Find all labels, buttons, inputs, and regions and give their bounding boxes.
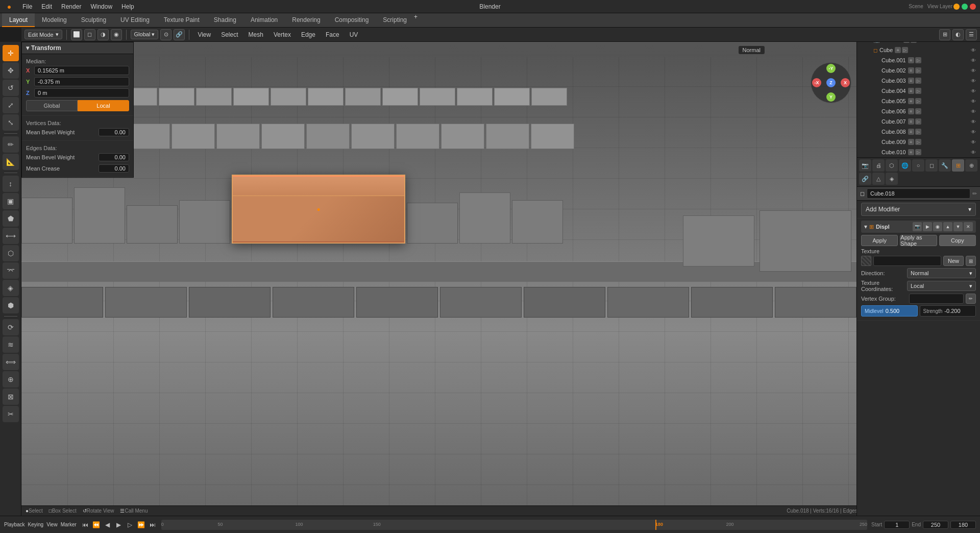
cube010-v-filter[interactable]: ≡ [908,149,914,155]
next-keyframe-btn[interactable]: ⏩ [137,520,146,529]
x-value-input[interactable]: 0.15625 m [34,66,129,75]
collection-item-cube003[interactable]: Cube.003 ≡ ▷ 👁 [857,76,980,86]
global-coord-btn[interactable]: Global [26,100,78,111]
collection-item-cube007[interactable]: Cube.007 ≡ ▷ 👁 [857,116,980,127]
knife-tool[interactable]: ⌤ [3,262,19,279]
material-props-tab[interactable]: ◈ [886,173,898,185]
cube008-r-filter[interactable]: ▷ [915,129,921,135]
modifier-close-icon[interactable]: ✕ [964,222,973,231]
options-btn[interactable]: ☰ [966,29,977,40]
cube006-eye-icon[interactable]: 👁 [971,109,976,114]
collection-item-cube001[interactable]: Cube.001 ≡ ▷ 👁 [857,55,980,65]
cursor-tool[interactable]: ✛ [3,45,19,61]
jump-start-btn[interactable]: ⏮ [81,520,90,529]
midlevel-input[interactable]: Midlevel 0.500 [861,305,918,317]
view-menu[interactable]: View [193,30,215,39]
z-axis[interactable]: Z [826,78,836,87]
cube009-v-filter[interactable]: ≡ [908,139,914,145]
gizmo-circle[interactable]: -X X Y -Y Z [811,62,851,103]
object-props-tab[interactable]: ◻ [925,159,938,172]
y-axis-positive[interactable]: -Y [826,64,836,73]
close-button[interactable] [970,4,976,10]
rotate-tool[interactable]: ↺ [3,80,19,96]
tab-rendering[interactable]: Rendering [285,13,327,27]
y-value-input[interactable]: -0.375 m [34,77,129,86]
poly-build-tool[interactable]: ⬢ [3,297,19,313]
edge-slide-tool[interactable]: ⟺ [3,354,19,370]
rip-tool[interactable]: ✂ [3,406,19,422]
play-btn[interactable]: ▶ [114,520,124,529]
tab-compositing[interactable]: Compositing [328,13,376,27]
xray-btn[interactable]: ◐ [952,29,964,40]
z-value-input[interactable]: 0 m [34,88,129,98]
apply-button[interactable]: Apply [861,235,898,246]
current-frame-input[interactable]: 180 [950,521,976,529]
mesh-menu[interactable]: Mesh [244,30,267,39]
bevel-tool[interactable]: ⬟ [3,210,19,227]
cube007-eye-icon[interactable]: 👁 [971,119,976,125]
modifier-props-tab[interactable]: 🔧 [939,159,951,172]
playback-menu[interactable]: Playback [4,522,25,527]
tab-scripting[interactable]: Scripting [376,13,414,27]
data-props-tab[interactable]: △ [872,173,885,185]
copy-button[interactable]: Copy [939,235,976,246]
cube007-r-filter[interactable]: ▷ [915,118,921,125]
tab-texture-paint[interactable]: Texture Paint [157,13,207,27]
cube008-eye-icon[interactable]: 👁 [971,129,976,135]
prev-keyframe-btn[interactable]: ⏪ [92,520,101,529]
collection-item-cube002[interactable]: Cube.002 ≡ ▷ 👁 [857,65,980,76]
viewport-shading-material[interactable]: ◑ [97,29,109,40]
extrude-tool[interactable]: ↕ [3,176,19,192]
constraints-props-tab[interactable]: 🔗 [859,173,871,185]
cube004-v-filter[interactable]: ≡ [908,88,914,94]
modifier-expand-icon[interactable]: ▾ [864,223,867,230]
render-props-tab[interactable]: 📷 [859,159,871,172]
transform-tool[interactable]: ⤡ [3,114,19,131]
select-menu[interactable]: Select [217,30,242,39]
cube002-r-filter[interactable]: ▷ [915,67,921,74]
cube005-v-filter[interactable]: ≡ [908,98,914,104]
timeline-ruler[interactable]: 0 50 100 150 180 200 250 [161,520,867,530]
mean-bevel-weight-edges-value[interactable]: 0.00 [99,153,129,161]
shrink-fatten-tool[interactable]: ⊕ [3,371,19,387]
uv-menu[interactable]: UV [346,30,362,39]
end-frame-input[interactable]: 250 [923,521,948,529]
add-workspace-button[interactable]: + [414,13,418,27]
viewport-shading-rendered[interactable]: ◉ [111,29,122,40]
move-tool[interactable]: ✥ [3,62,19,79]
spin-tool[interactable]: ⟳ [3,319,19,335]
bisect-tool[interactable]: ◈ [3,280,19,296]
minimize-button[interactable] [953,4,960,10]
cube003-r-filter[interactable]: ▷ [915,78,921,84]
cube-viewport-filter[interactable]: ≡ [895,47,901,53]
modifier-up-icon[interactable]: ▲ [943,222,952,231]
particle-props-tab[interactable]: ⊞ [952,159,964,172]
texture-coords-dropdown[interactable]: Local ▾ [907,281,976,291]
loop-cut-tool[interactable]: ⟷ [3,228,19,244]
vertex-group-edit-btn[interactable]: ✏ [966,294,976,304]
cube006-v-filter[interactable]: ≡ [908,108,914,114]
offset-edge-tool[interactable]: ⬡ [3,245,19,261]
viewport-shading-solid[interactable]: ⬜ [71,29,82,40]
tab-modeling[interactable]: Modeling [35,13,74,27]
texture-new-button[interactable]: New [943,256,964,266]
vertex-menu[interactable]: Vertex [270,30,295,39]
collection-item-cube009[interactable]: Cube.009 ≡ ▷ 👁 [857,137,980,147]
edge-menu[interactable]: Edge [297,30,320,39]
step-back-btn[interactable]: ◀ [103,520,112,529]
cube010-r-filter[interactable]: ▷ [915,149,921,155]
cube009-r-filter[interactable]: ▷ [915,139,921,145]
cube005-r-filter[interactable]: ▷ [915,98,921,104]
menu-help[interactable]: Help [117,2,138,11]
vertex-group-input[interactable] [909,294,964,304]
output-props-tab[interactable]: 🖨 [872,159,885,172]
cube002-eye-icon[interactable]: 👁 [971,68,976,74]
cube004-eye-icon[interactable]: 👁 [971,88,976,94]
cube-eye-icon[interactable]: 👁 [971,47,976,53]
mean-crease-value[interactable]: 0.00 [99,164,129,173]
strength-input[interactable]: Strength -0.200 [920,305,976,317]
smooth-tool[interactable]: ≋ [3,336,19,353]
face-menu[interactable]: Face [322,30,344,39]
texture-name-field[interactable] [873,256,941,266]
cube-render-filter[interactable]: ▷ [902,47,908,53]
